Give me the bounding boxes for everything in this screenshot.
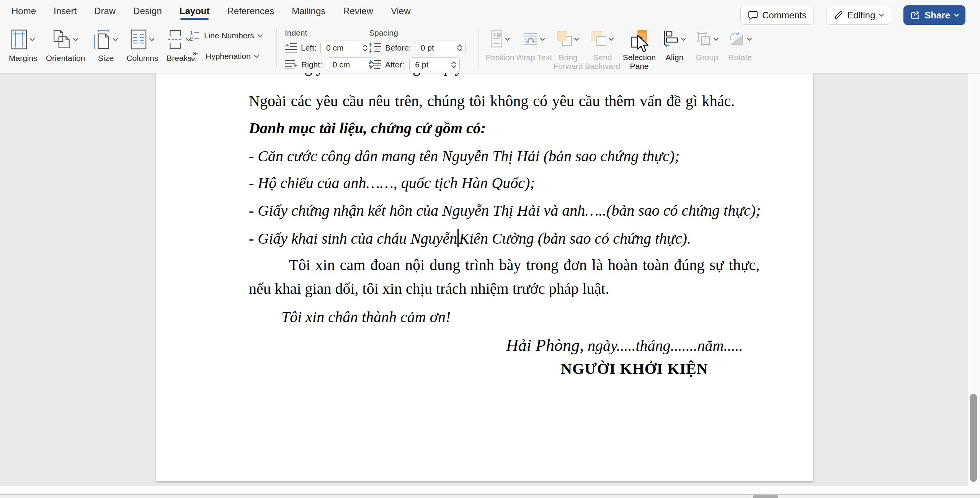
share-icon (910, 10, 921, 20)
indent-left-label: Left: (301, 43, 317, 52)
doc-place-date[interactable]: Hải Phòng, ngày.....tháng.......năm..... (506, 336, 743, 355)
svg-text:2: 2 (190, 36, 193, 42)
tab-draw[interactable]: Draw (94, 6, 116, 16)
columns-button[interactable]: Columns (122, 24, 162, 62)
chevron-down-icon (540, 38, 545, 41)
mouse-cursor (636, 34, 651, 54)
rotate-button[interactable]: Rotate (724, 24, 756, 62)
comments-button[interactable]: Comments (740, 6, 814, 25)
indent-group: Indent Left: 0 cm (284, 24, 377, 74)
horizontal-scrollbar-track[interactable] (0, 495, 980, 498)
tab-home[interactable]: Home (11, 6, 36, 16)
chevron-down-icon (574, 38, 579, 41)
status-bar (0, 486, 980, 498)
chevron-down-icon (714, 38, 719, 41)
chevron-down-icon (747, 38, 752, 41)
position-icon (490, 30, 503, 48)
indent-left-value: 0 cm (326, 43, 344, 52)
wrap-text-button[interactable]: Wrap Text (517, 24, 551, 62)
chevron-down-icon (681, 38, 686, 41)
tab-insert[interactable]: Insert (54, 6, 77, 16)
spacing-before-value: 0 pt (421, 43, 434, 52)
tab-references[interactable]: References (227, 6, 274, 16)
tab-review[interactable]: Review (343, 6, 373, 16)
group-button[interactable]: Group (691, 24, 724, 62)
tab-view[interactable]: View (391, 6, 411, 16)
page-setup-group: Margins Orientation (5, 24, 196, 62)
indent-left-input[interactable]: 0 cm (320, 41, 371, 55)
chevron-down-icon (954, 13, 959, 17)
send-backward-label: Send Backward (583, 53, 622, 70)
doc-signer-title[interactable]: NGƯỜI KHỞI KIỆN (561, 360, 708, 378)
spacing-group: Spacing Before: 0 pt (368, 24, 466, 74)
share-label: Share (924, 10, 950, 21)
doc-item-birth[interactable]: - Giấy khai sinh của cháu NguyễnKiên Cườ… (249, 229, 691, 248)
doc-pledge-line2[interactable]: nếu khai gian dối, tôi xin chịu trách nh… (249, 280, 609, 298)
bring-forward-icon (557, 31, 572, 47)
chevron-down-icon (505, 38, 510, 41)
align-button[interactable]: Align (658, 24, 691, 62)
rotate-label: Rotate (720, 53, 760, 62)
position-button[interactable]: Position (483, 24, 517, 62)
columns-icon (131, 29, 147, 49)
share-button[interactable]: Share (903, 5, 965, 25)
line-numbers-hyphenation-group: 1 2 Line Numbers a- bc Hyphenation (189, 28, 263, 64)
chevron-down-icon (30, 38, 35, 41)
tab-layout[interactable]: Layout (180, 6, 210, 16)
text-insertion-caret (457, 229, 459, 247)
spacing-after-value: 6 pt (415, 60, 428, 69)
size-icon (93, 29, 110, 49)
spacing-before-icon (368, 42, 382, 54)
doc-item-birth-after: Kiên Cường (bản sao có chứng thực). (459, 230, 691, 247)
line-numbers-icon: 1 2 (189, 29, 201, 42)
doc-item-id-card[interactable]: - Căn cước công dân mang tên Nguyễn Thị … (249, 147, 680, 165)
spacing-after-input[interactable]: 6 pt (409, 57, 460, 72)
doc-item-marriage[interactable]: - Giấy chứng nhận kết hôn của Nguyễn Thị… (249, 201, 761, 220)
size-button[interactable]: Size (89, 24, 122, 62)
hyphenation-label: Hyphenation (206, 52, 251, 61)
indent-title: Indent (285, 28, 377, 38)
comment-bubble-icon (748, 10, 758, 20)
group-separator (276, 28, 277, 67)
comments-label: Comments (762, 10, 807, 21)
indent-right-value: 0 cm (333, 60, 350, 69)
indent-right-icon (284, 59, 298, 70)
vertical-scrollbar-track[interactable] (968, 73, 980, 486)
doc-place: Hải Phòng, (506, 336, 584, 355)
chevron-down-icon (254, 55, 259, 58)
editing-mode-button[interactable]: Editing (826, 6, 891, 25)
tab-design[interactable]: Design (133, 6, 162, 16)
doc-thanks[interactable]: Tôi xin chân thành cảm ơn! (281, 308, 451, 326)
indent-left-stepper[interactable] (363, 44, 368, 51)
selection-pane-label: Selection Pane (619, 53, 659, 70)
tab-mailings[interactable]: Mailings (292, 6, 325, 16)
doc-line-other-requests[interactable]: Ngoài các yêu cầu nêu trên, chúng tôi kh… (249, 92, 735, 110)
margins-icon (11, 29, 27, 49)
bring-forward-button[interactable]: Bring Forward (551, 24, 585, 70)
chevron-down-icon (149, 38, 154, 41)
rotate-icon (728, 31, 745, 48)
svg-text:1: 1 (190, 29, 193, 36)
ribbon: Home Insert Draw Design Layout Reference… (0, 0, 980, 73)
chevron-down-icon (73, 38, 78, 41)
doc-item-passport[interactable]: - Hộ chiếu của anh……, quốc tịch Hàn Quốc… (249, 174, 535, 192)
orientation-button[interactable]: Orientation (42, 24, 90, 62)
spacing-before-stepper[interactable] (457, 44, 462, 51)
doc-item-birth-before: - Giấy khai sinh của cháu Nguyễn (249, 230, 457, 247)
indent-left-icon (284, 42, 298, 54)
spacing-after-stepper[interactable] (451, 61, 456, 68)
horizontal-scrollbar-thumb[interactable] (753, 495, 778, 498)
spacing-before-input[interactable]: 0 pt (415, 41, 466, 55)
doc-pledge-line1[interactable]: Tôi xin cam đoan nội dung trình bày tron… (289, 256, 760, 274)
hyphenation-button[interactable]: a- bc Hyphenation (189, 49, 263, 64)
document-canvas[interactable]: Tôi không yêu cầu Tòa án giải quyết. Ngo… (0, 0, 980, 498)
group-separator (479, 28, 479, 67)
vertical-scrollbar-thumb[interactable] (970, 394, 977, 482)
bring-forward-label: Bring Forward (548, 53, 588, 70)
doc-heading-evidence[interactable]: Danh mục tài liệu, chứng cứ gồm có: (249, 119, 486, 138)
group-icon (696, 31, 712, 48)
line-numbers-button[interactable]: 1 2 Line Numbers (189, 28, 263, 43)
send-backward-button[interactable]: Send Backward (585, 24, 620, 70)
spacing-before-label: Before: (385, 43, 411, 52)
margins-button[interactable]: Margins (5, 24, 42, 62)
